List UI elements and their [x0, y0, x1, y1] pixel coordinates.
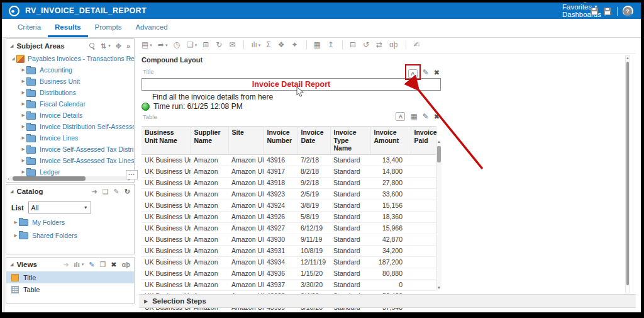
edit-view-icon[interactable]: ✎	[423, 112, 429, 121]
new-calculated-measure-icon[interactable]: Σ	[266, 41, 272, 48]
new-group-icon[interactable]: ❖	[278, 41, 286, 48]
expand-triangle-icon[interactable]: ▶	[144, 298, 148, 304]
tree-expander-icon[interactable]: ▶	[20, 67, 26, 72]
scroll-up-icon[interactable]: ▲	[626, 56, 630, 60]
duplicate-view-icon[interactable]: ❒	[99, 261, 106, 269]
collapse-triangle-icon[interactable]: ◢	[10, 189, 13, 194]
tree-expander-icon[interactable]: ▶	[20, 124, 26, 129]
subject-area-folder[interactable]: ▶ Business Unit	[6, 76, 134, 87]
print-icon[interactable]: ▤▾	[142, 41, 152, 48]
display-icon[interactable]: ▦	[314, 41, 322, 48]
tree-expander-icon[interactable]: ▶	[13, 220, 19, 225]
chevron-down-icon[interactable]: ▾	[108, 43, 111, 48]
scroll-up-icon[interactable]: ▲	[437, 140, 441, 144]
folder-label[interactable]: Invoice Lines	[40, 134, 78, 142]
help-icon[interactable]: ?	[623, 7, 632, 16]
subject-area-folder[interactable]: ▶ Invoice Distribution Self-Assessed Tax	[6, 121, 134, 132]
new-calculated-item-icon[interactable]: ✦	[291, 41, 299, 48]
scrollbar-thumb[interactable]	[13, 176, 86, 181]
views-list-item[interactable]: Title	[6, 271, 134, 283]
email-icon[interactable]: ✉	[229, 41, 236, 48]
tree-expander-icon[interactable]: ◢	[10, 56, 16, 61]
open-icon[interactable]: ➜	[91, 188, 97, 196]
pane-splitter-handle[interactable]: •••	[126, 170, 138, 179]
column-header[interactable]: Invoice Type Name	[330, 127, 370, 155]
tree-expander-icon[interactable]: ▶	[20, 101, 26, 106]
export-icon[interactable]: ➦▾	[158, 41, 168, 48]
folder-label[interactable]: Ledger	[40, 168, 60, 176]
tree-expander-icon[interactable]: ▶	[13, 233, 19, 238]
folder-label[interactable]: Invoice Self-Assessed Tax Distribution	[40, 145, 134, 153]
horizontal-scrollbar[interactable]	[9, 176, 126, 181]
edit-xml-icon[interactable]: ✍	[413, 41, 421, 48]
table-properties-icon[interactable]: ▦	[410, 112, 417, 121]
folder-label[interactable]: My Folders	[32, 219, 65, 226]
subject-area-folder[interactable]: ▶ Invoice Lines	[6, 132, 134, 144]
subject-area-folder[interactable]: ▶ Invoice Details	[6, 110, 134, 121]
tree-expander-icon[interactable]: ▶	[20, 169, 26, 174]
save-as-icon[interactable]: ✎	[604, 8, 611, 15]
subject-area-folder[interactable]: ▶ Invoice Self-Assessed Tax Lines	[6, 155, 134, 166]
view-label[interactable]: Table	[23, 286, 40, 293]
tree-expander-icon[interactable]: ▶	[20, 90, 26, 95]
edit-icon[interactable]: ✎	[114, 188, 119, 196]
editor-tab[interactable]: Advanced	[128, 19, 174, 37]
list-type-select[interactable]: All ▼	[28, 202, 91, 213]
column-header[interactable]: Supplier Name	[191, 127, 228, 155]
column-header[interactable]: Invoice Number	[264, 127, 297, 155]
chevron-down-icon[interactable]: ▾	[82, 262, 84, 267]
column-header[interactable]: Invoice Amount	[370, 127, 411, 155]
embed-icon[interactable]: ⊞	[203, 41, 210, 48]
subject-area-folder[interactable]: ▶ Fiscal Calendar	[6, 98, 134, 110]
tree-expander-icon[interactable]: ▶	[20, 158, 26, 163]
import-formatting-icon[interactable]: ↥	[328, 41, 335, 48]
subject-area-folder[interactable]: ▶ Distributions	[6, 87, 134, 98]
folder-label[interactable]: Invoice Distribution Self-Assessed Tax	[40, 123, 134, 130]
catalog-folder[interactable]: ▶ Shared Folders	[6, 229, 134, 242]
folder-label[interactable]: Accounting	[40, 66, 72, 74]
folder-label[interactable]: Shared Folders	[32, 232, 77, 239]
folder-label[interactable]: Invoice Self-Assessed Tax Lines	[40, 157, 134, 164]
catalog-folder[interactable]: ▶ My Folders	[6, 215, 134, 229]
edit-view-icon[interactable]: ✎	[89, 261, 94, 269]
editor-tab[interactable]: Prompts	[88, 19, 129, 37]
collapse-triangle-icon[interactable]: ◢	[10, 262, 13, 267]
edit-view-icon[interactable]: ✎	[423, 68, 429, 77]
collapse-triangle-icon[interactable]: ◢	[10, 43, 13, 48]
refresh-icon[interactable]: ↻	[216, 41, 223, 48]
collapse-pane-icon[interactable]: »	[126, 42, 130, 50]
main-vertical-scrollbar[interactable]: ▲	[625, 55, 630, 293]
format-container-icon[interactable]: A	[396, 112, 405, 121]
delete-view-icon[interactable]: ✖	[111, 261, 116, 269]
refresh-icon[interactable]: ↻	[125, 188, 130, 196]
undo-icon[interactable]: ↺	[363, 41, 370, 48]
folder-label[interactable]: Distributions	[40, 89, 76, 96]
subject-area-root-label[interactable]: Payables Invoices - Transactions Real Ti…	[28, 55, 134, 62]
folder-label[interactable]: Business Unit	[40, 77, 80, 85]
copy-icon[interactable]: ❏	[103, 188, 109, 196]
selection-steps-bar[interactable]: ▶ Selection Steps	[139, 294, 636, 308]
scroll-up-icon[interactable]: ▲	[128, 55, 132, 60]
rename-view-icon[interactable]: ɑþ	[389, 41, 399, 48]
tree-expander-icon[interactable]: ▶	[20, 135, 26, 140]
table-vertical-scrollbar[interactable]: ▲ ▼	[436, 140, 441, 290]
expand-all-icon[interactable]: ✥	[116, 42, 121, 50]
tree-expander-icon[interactable]: ▶	[20, 147, 26, 152]
column-header[interactable]: Business Unit Name	[142, 127, 191, 155]
tree-expander-icon[interactable]: ▶	[20, 113, 26, 118]
remove-view-icon[interactable]: ✖	[434, 113, 440, 121]
editor-tab[interactable]: Criteria	[11, 19, 48, 37]
redo-icon[interactable]: ⇄	[376, 41, 384, 48]
new-view-icon[interactable]: ılı	[74, 261, 80, 268]
sort-icon[interactable]: ⇅	[101, 42, 106, 50]
column-header[interactable]: Invoice Paid	[411, 127, 436, 155]
scroll-down-icon[interactable]: ▼	[437, 286, 441, 290]
subject-area-root[interactable]: ◢ Payables Invoices - Transactions Real …	[6, 53, 134, 64]
folder-label[interactable]: Invoice Details	[40, 111, 82, 119]
schedule-icon[interactable]: ◷	[173, 41, 180, 48]
folder-label[interactable]: Fiscal Calendar	[40, 100, 86, 108]
new-view-icon[interactable]: ılı▾	[251, 41, 260, 48]
scrollbar-thumb[interactable]	[437, 146, 441, 162]
copy-icon[interactable]: ❏▾	[187, 41, 197, 48]
selection-steps-icon[interactable]: ⊟	[350, 41, 357, 48]
